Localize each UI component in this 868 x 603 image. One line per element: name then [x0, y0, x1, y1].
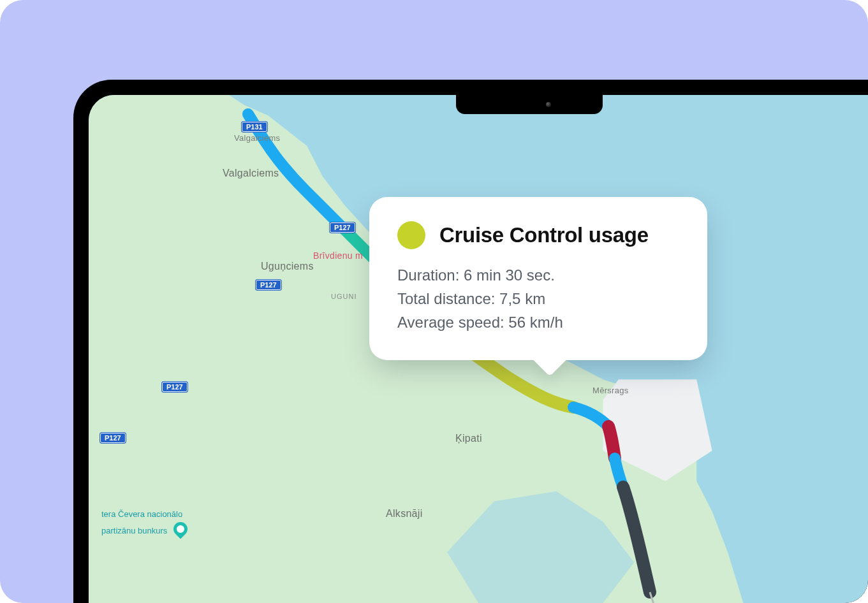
poi-text-line2: partizānu bunkurs [101, 526, 167, 535]
place-label: Ķipati [455, 433, 482, 444]
poi-pin-icon [170, 519, 190, 539]
card-frame: P131 P127 P127 P127 P127 Valgalciems Val… [0, 0, 868, 603]
tooltip-label: Total distance: [397, 290, 495, 307]
map-canvas[interactable]: P131 P127 P127 P127 P127 Valgalciems Val… [89, 95, 868, 603]
tooltip-label: Duration: [397, 266, 459, 284]
tooltip-label: Average speed: [397, 314, 504, 331]
route-segment-dark[interactable] [623, 487, 650, 592]
tooltip-value: 56 km/h [508, 314, 563, 331]
tooltip-title: Cruise Control usage [439, 223, 649, 247]
place-label: Mērsrags [592, 386, 629, 395]
place-label: Alksnāji [386, 508, 423, 519]
camera-dot-icon [546, 102, 551, 107]
tooltip-row-distance: Total distance: 7,5 km [397, 287, 679, 310]
place-label: Valgalciems [234, 133, 280, 143]
road-shield: P127 [162, 382, 188, 392]
road-shield: P127 [256, 280, 281, 290]
laptop-bezel: P131 P127 P127 P127 P127 Valgalciems Val… [73, 80, 868, 603]
place-label: Valgalciems [223, 168, 279, 179]
tooltip-value: 7,5 km [499, 290, 545, 307]
poi-label[interactable]: tera Čevera nacionālo partizānu bunkurs [101, 509, 188, 537]
place-label: Uguņciems [261, 261, 314, 272]
road-shield: P127 [330, 222, 355, 233]
place-label-area: UGUNI [331, 293, 357, 300]
tooltip-row-speed: Average speed: 56 km/h [397, 310, 679, 334]
poi-text-line1: tera Čevera nacionālo [101, 509, 182, 519]
tooltip-value: 6 min 30 sec. [464, 266, 555, 284]
tooltip-row-duration: Duration: 6 min 30 sec. [397, 263, 679, 287]
road-shield: P131 [242, 122, 267, 132]
route-tooltip: Cruise Control usage Duration: 6 min 30 … [369, 197, 707, 360]
screen: P131 P127 P127 P127 P127 Valgalciems Val… [89, 95, 868, 603]
laptop-notch [456, 95, 603, 114]
place-label-poi: Brīvdienu m [313, 251, 363, 261]
tooltip-color-dot-icon [397, 221, 425, 249]
road-shield: P127 [100, 433, 126, 443]
